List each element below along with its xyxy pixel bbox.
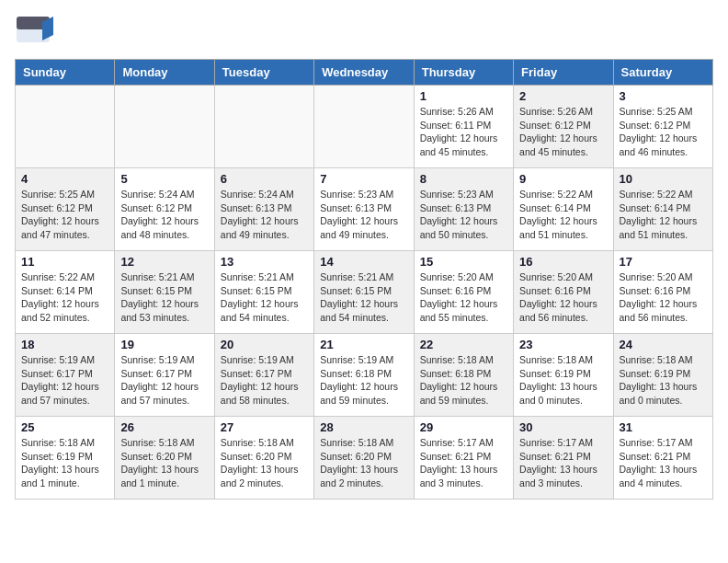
day-info: Sunrise: 5:18 AM Sunset: 6:20 PM Dayligh… — [120, 436, 208, 490]
calendar-cell: 6Sunrise: 5:24 AM Sunset: 6:13 PM Daylig… — [214, 168, 313, 251]
day-info: Sunrise: 5:23 AM Sunset: 6:13 PM Dayligh… — [320, 188, 407, 242]
day-number: 29 — [420, 420, 507, 434]
day-number: 7 — [320, 172, 407, 186]
day-number: 17 — [620, 255, 707, 269]
day-number: 25 — [21, 420, 108, 434]
calendar-week-2: 4Sunrise: 5:25 AM Sunset: 6:12 PM Daylig… — [16, 168, 713, 251]
day-info: Sunrise: 5:22 AM Sunset: 6:14 PM Dayligh… — [21, 270, 108, 325]
day-info: Sunrise: 5:19 AM Sunset: 6:17 PM Dayligh… — [21, 353, 108, 408]
weekday-header-tuesday: Tuesday — [214, 60, 313, 86]
day-info: Sunrise: 5:21 AM Sunset: 6:15 PM Dayligh… — [320, 270, 407, 325]
calendar-cell: 24Sunrise: 5:18 AM Sunset: 6:19 PM Dayli… — [613, 334, 712, 417]
weekday-header-friday: Friday — [514, 60, 613, 86]
calendar-week-1: 1Sunrise: 5:26 AM Sunset: 6:11 PM Daylig… — [16, 86, 713, 168]
header — [15, 15, 713, 50]
calendar-cell: 31Sunrise: 5:17 AM Sunset: 6:21 PM Dayli… — [613, 417, 712, 500]
day-info: Sunrise: 5:19 AM Sunset: 6:17 PM Dayligh… — [120, 353, 208, 408]
calendar-week-4: 18Sunrise: 5:19 AM Sunset: 6:17 PM Dayli… — [16, 334, 713, 417]
day-number: 27 — [221, 420, 308, 434]
calendar-cell: 25Sunrise: 5:18 AM Sunset: 6:19 PM Dayli… — [16, 417, 115, 500]
weekday-header-sunday: Sunday — [16, 60, 115, 86]
day-number: 19 — [120, 338, 208, 351]
calendar-cell: 29Sunrise: 5:17 AM Sunset: 6:21 PM Dayli… — [414, 417, 513, 500]
calendar-cell: 16Sunrise: 5:20 AM Sunset: 6:16 PM Dayli… — [514, 251, 613, 334]
weekday-header-monday: Monday — [115, 60, 214, 86]
calendar-cell: 27Sunrise: 5:18 AM Sunset: 6:20 PM Dayli… — [214, 417, 313, 500]
logo-icon — [15, 15, 53, 50]
day-number: 16 — [519, 255, 607, 269]
calendar-cell: 20Sunrise: 5:19 AM Sunset: 6:17 PM Dayli… — [214, 334, 313, 417]
day-number: 11 — [21, 255, 108, 269]
calendar-cell: 2Sunrise: 5:26 AM Sunset: 6:12 PM Daylig… — [514, 86, 613, 168]
weekday-header-wednesday: Wednesday — [314, 60, 414, 86]
calendar-cell — [16, 86, 115, 168]
day-number: 9 — [519, 172, 607, 186]
day-number: 4 — [21, 172, 108, 186]
day-info: Sunrise: 5:18 AM Sunset: 6:20 PM Dayligh… — [320, 436, 407, 490]
day-number: 28 — [320, 420, 407, 434]
calendar-cell — [314, 86, 414, 168]
day-number: 18 — [21, 338, 108, 351]
calendar-cell: 28Sunrise: 5:18 AM Sunset: 6:20 PM Dayli… — [314, 417, 414, 500]
day-info: Sunrise: 5:21 AM Sunset: 6:15 PM Dayligh… — [120, 270, 208, 325]
calendar-week-5: 25Sunrise: 5:18 AM Sunset: 6:19 PM Dayli… — [16, 417, 713, 500]
day-info: Sunrise: 5:19 AM Sunset: 6:18 PM Dayligh… — [320, 353, 407, 408]
day-info: Sunrise: 5:23 AM Sunset: 6:13 PM Dayligh… — [420, 188, 507, 242]
day-number: 30 — [519, 420, 607, 434]
calendar-cell: 13Sunrise: 5:21 AM Sunset: 6:15 PM Dayli… — [214, 251, 313, 334]
day-number: 22 — [420, 338, 507, 351]
day-info: Sunrise: 5:20 AM Sunset: 6:16 PM Dayligh… — [620, 270, 707, 325]
day-number: 20 — [221, 338, 308, 351]
calendar-cell — [214, 86, 313, 168]
calendar-cell: 19Sunrise: 5:19 AM Sunset: 6:17 PM Dayli… — [115, 334, 214, 417]
calendar-cell: 1Sunrise: 5:26 AM Sunset: 6:11 PM Daylig… — [414, 86, 513, 168]
day-number: 3 — [620, 89, 707, 103]
calendar-cell: 21Sunrise: 5:19 AM Sunset: 6:18 PM Dayli… — [314, 334, 414, 417]
day-info: Sunrise: 5:17 AM Sunset: 6:21 PM Dayligh… — [519, 436, 607, 490]
day-info: Sunrise: 5:24 AM Sunset: 6:12 PM Dayligh… — [120, 188, 208, 242]
day-number: 1 — [420, 89, 507, 103]
calendar-cell: 9Sunrise: 5:22 AM Sunset: 6:14 PM Daylig… — [514, 168, 613, 251]
day-info: Sunrise: 5:18 AM Sunset: 6:19 PM Dayligh… — [519, 353, 607, 408]
weekday-header-row: SundayMondayTuesdayWednesdayThursdayFrid… — [16, 60, 713, 86]
calendar-cell: 18Sunrise: 5:19 AM Sunset: 6:17 PM Dayli… — [16, 334, 115, 417]
calendar-cell: 8Sunrise: 5:23 AM Sunset: 6:13 PM Daylig… — [414, 168, 513, 251]
day-info: Sunrise: 5:26 AM Sunset: 6:11 PM Dayligh… — [420, 105, 507, 159]
day-number: 10 — [620, 172, 707, 186]
day-info: Sunrise: 5:18 AM Sunset: 6:19 PM Dayligh… — [620, 353, 707, 408]
calendar-table: SundayMondayTuesdayWednesdayThursdayFrid… — [15, 59, 713, 500]
day-info: Sunrise: 5:25 AM Sunset: 6:12 PM Dayligh… — [620, 105, 707, 159]
calendar-cell: 11Sunrise: 5:22 AM Sunset: 6:14 PM Dayli… — [16, 251, 115, 334]
day-number: 26 — [120, 420, 208, 434]
day-info: Sunrise: 5:17 AM Sunset: 6:21 PM Dayligh… — [620, 436, 707, 490]
calendar-cell: 14Sunrise: 5:21 AM Sunset: 6:15 PM Dayli… — [314, 251, 414, 334]
calendar-cell: 3Sunrise: 5:25 AM Sunset: 6:12 PM Daylig… — [613, 86, 712, 168]
calendar-cell: 30Sunrise: 5:17 AM Sunset: 6:21 PM Dayli… — [514, 417, 613, 500]
day-number: 6 — [221, 172, 308, 186]
weekday-header-saturday: Saturday — [613, 60, 712, 86]
day-number: 8 — [420, 172, 507, 186]
calendar-cell: 23Sunrise: 5:18 AM Sunset: 6:19 PM Dayli… — [514, 334, 613, 417]
day-number: 15 — [420, 255, 507, 269]
logo — [15, 15, 57, 50]
calendar-cell: 15Sunrise: 5:20 AM Sunset: 6:16 PM Dayli… — [414, 251, 513, 334]
day-info: Sunrise: 5:20 AM Sunset: 6:16 PM Dayligh… — [420, 270, 507, 325]
calendar-cell: 10Sunrise: 5:22 AM Sunset: 6:14 PM Dayli… — [613, 168, 712, 251]
day-info: Sunrise: 5:22 AM Sunset: 6:14 PM Dayligh… — [620, 188, 707, 242]
day-number: 24 — [620, 338, 707, 351]
calendar-cell: 26Sunrise: 5:18 AM Sunset: 6:20 PM Dayli… — [115, 417, 214, 500]
day-info: Sunrise: 5:24 AM Sunset: 6:13 PM Dayligh… — [221, 188, 308, 242]
day-info: Sunrise: 5:17 AM Sunset: 6:21 PM Dayligh… — [420, 436, 507, 490]
calendar-cell: 17Sunrise: 5:20 AM Sunset: 6:16 PM Dayli… — [613, 251, 712, 334]
day-number: 31 — [620, 420, 707, 434]
weekday-header-thursday: Thursday — [414, 60, 513, 86]
day-info: Sunrise: 5:18 AM Sunset: 6:19 PM Dayligh… — [21, 436, 108, 490]
day-number: 13 — [221, 255, 308, 269]
calendar-cell — [115, 86, 214, 168]
calendar-cell: 4Sunrise: 5:25 AM Sunset: 6:12 PM Daylig… — [16, 168, 115, 251]
day-info: Sunrise: 5:25 AM Sunset: 6:12 PM Dayligh… — [21, 188, 108, 242]
day-number: 2 — [519, 89, 607, 103]
day-number: 14 — [320, 255, 407, 269]
day-info: Sunrise: 5:18 AM Sunset: 6:20 PM Dayligh… — [221, 436, 308, 490]
calendar-cell: 5Sunrise: 5:24 AM Sunset: 6:12 PM Daylig… — [115, 168, 214, 251]
